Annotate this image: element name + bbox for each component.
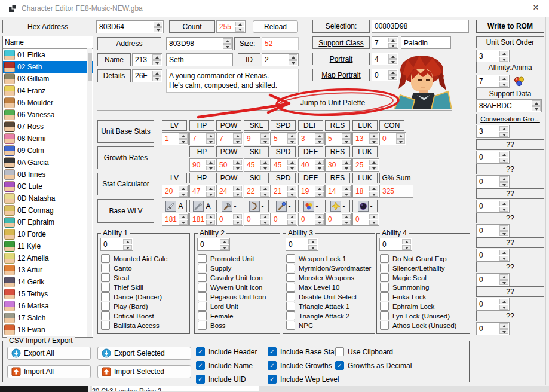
unknown-value-spinner[interactable]: 0 [476,273,510,286]
ability-checkbox-row[interactable]: Do Not Grant Exp [380,254,467,263]
ability-checkbox-row[interactable]: Supply [198,264,277,272]
checkbox-unchecked[interactable] [198,321,207,330]
portrait-link-button[interactable]: Portrait [312,53,370,65]
checkbox-unchecked[interactable] [198,283,207,292]
selection-button[interactable]: Selection: [312,20,370,33]
spinner-up-down[interactable] [315,186,324,197]
details-link-button[interactable]: Details [97,69,131,82]
ability-checkbox-row[interactable]: Lyn Lock (Unused) [380,311,467,320]
spinner-up-down[interactable] [287,160,296,170]
affinity-spinner[interactable]: 7 [476,75,510,88]
spinner-up-down[interactable] [179,214,188,225]
unknown-value-spinner[interactable]: 0 [476,200,510,213]
list-item[interactable]: 08 Neimi [3,133,93,145]
checkbox-unchecked[interactable] [101,311,110,320]
spinner-up-down[interactable] [154,22,162,32]
affinity-button[interactable]: Affinity:Anima [476,62,544,74]
checkbox-unchecked[interactable] [380,283,389,292]
checkbox-unchecked[interactable] [286,283,295,292]
spinner-up-down[interactable] [499,126,508,137]
reload-button[interactable]: Reload [253,20,298,33]
spinner-up-down[interactable] [123,239,132,250]
csv-export-all-button[interactable]: Export All [7,347,91,360]
hex-address-button[interactable]: Hex Address [2,20,93,33]
stat-value-spinner[interactable]: 21 [271,185,297,198]
checkbox-unchecked[interactable] [101,254,110,263]
unknown-button[interactable]: ?? [476,188,544,199]
ability-checkbox-row[interactable]: Monster Weapons [286,273,372,282]
size-field[interactable]: 52 [262,37,299,50]
stat-value-spinner[interactable]: 50 [216,158,243,172]
csv-import-all-button[interactable]: Import All [7,365,91,378]
spinner-up-down[interactable] [260,133,269,144]
checkbox-unchecked[interactable] [380,302,389,311]
stat-row-button[interactable]: Growth Rates [97,146,154,169]
support-class-link-button[interactable]: Support Class [312,36,370,49]
spinner-up-down[interactable] [260,214,269,225]
checkbox-unchecked[interactable] [286,254,295,263]
checkbox-unchecked[interactable] [286,302,295,311]
spinner-up-down[interactable] [342,214,351,225]
list-item[interactable]: 09 Colm [3,145,93,157]
spinner-up-down[interactable] [499,323,508,334]
ability-checkbox-row[interactable]: Pegasus Unit Icon [198,292,277,301]
ability-value-spinner[interactable]: 0 [197,238,230,251]
unknown-button[interactable]: ?? [476,164,544,174]
ability-checkbox-row[interactable]: Summoning [380,283,467,292]
ability-value-spinner[interactable]: 0 [100,238,133,251]
spinner-up-down[interactable] [233,186,242,197]
ability-checkbox-row[interactable]: Max Level 10 [286,283,372,292]
weapon-level-spinner[interactable]: 181 [189,213,216,226]
checkbox-checked[interactable]: ✓ [196,347,205,356]
spinner-up-down[interactable] [388,38,397,48]
spinner-up-down[interactable] [289,54,297,65]
unknown-value-spinner[interactable]: 0 [476,298,510,311]
unknown-value-spinner[interactable]: 0 [476,175,510,188]
csv-export-selected-button[interactable]: Export Selected [97,347,191,360]
ability-checkbox-row[interactable]: Ephraim Lock [380,302,467,311]
spinner-up-down[interactable] [369,186,378,197]
spinner-up-down[interactable] [402,239,411,250]
stat-value-spinner[interactable]: 45 [244,158,271,172]
stat-value-spinner[interactable]: 5 [271,132,297,145]
checkbox-checked[interactable]: ✓ [335,361,344,370]
checkbox-unchecked[interactable] [380,273,389,282]
spinner-up-down[interactable] [342,133,351,144]
stat-value-spinner[interactable]: 25 [352,158,379,172]
checkbox-unchecked[interactable] [101,283,110,292]
spinner-up-down[interactable] [499,225,508,236]
list-item[interactable]: 16 Marisa [3,300,93,312]
list-item[interactable]: 05 Moulder [3,97,93,109]
stat-value-spinner[interactable]: 22 [244,185,271,198]
description-box[interactable]: A young commander of Renais. He's calm, … [166,69,299,93]
ability-checkbox-row[interactable]: Cavalry Unit Icon [198,273,277,282]
ability-checkbox-row[interactable]: Weapon Lock 1 [286,254,372,263]
spinner-up-down[interactable] [499,201,508,212]
checkbox-unchecked[interactable] [380,254,389,263]
ability-checkbox-row[interactable]: Wyvern Unit Icon [198,283,277,292]
checkbox-checked[interactable]: ✓ [268,347,277,356]
checkbox-unchecked[interactable] [198,254,207,263]
stat-value-spinner[interactable]: 0 [379,132,406,145]
spinner-up-down[interactable] [152,71,161,81]
unknown-button[interactable]: ?? [476,213,544,223]
spinner-up-down[interactable] [287,214,296,225]
spinner-up-down[interactable] [206,160,215,170]
name-code-spinner[interactable]: 213 [132,53,162,66]
spinner-up-down[interactable] [308,239,317,250]
list-item[interactable]: 03 Gilliam [3,73,93,85]
spinner-up-down[interactable] [233,214,242,225]
ability-checkbox-row[interactable]: Mounted Aid Calc [101,254,186,263]
ability-checkbox-row[interactable]: Promoted Unit [198,254,277,263]
weapon-level-spinner[interactable]: 0 [244,213,271,226]
spinner-up-down[interactable] [396,133,405,144]
ability-checkbox-row[interactable]: Lord Unit [198,302,277,311]
unknown-value-spinner[interactable]: 0 [476,151,510,164]
spinner-up-down[interactable] [342,186,351,197]
selection-value-field[interactable]: 00803D98 [372,20,469,33]
spinner-up-down[interactable] [152,54,161,65]
list-item[interactable]: 15 Tethys [3,288,93,300]
unknown-value-spinner[interactable]: 0 [476,224,510,237]
checkbox-checked[interactable]: ✓ [196,361,205,370]
checkbox-unchecked[interactable] [286,311,295,320]
